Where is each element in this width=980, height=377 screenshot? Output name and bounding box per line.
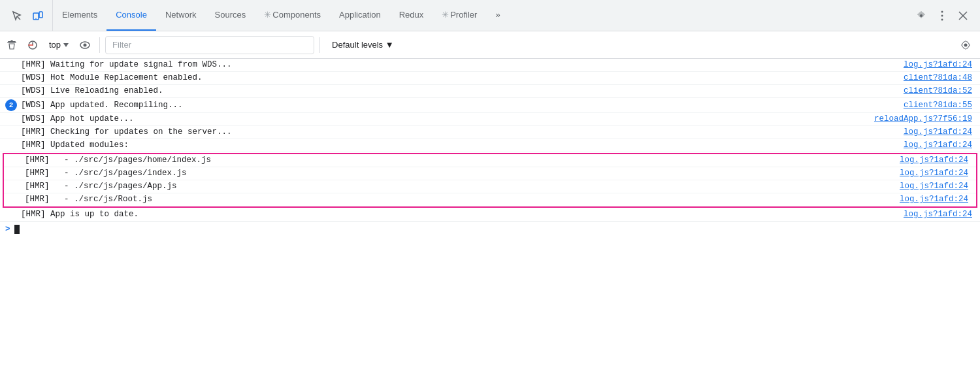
source-link[interactable]: log.js?1afd:24 bbox=[900, 182, 976, 191]
tab-components[interactable]: ✳ Components bbox=[255, 0, 330, 31]
svg-point-17 bbox=[964, 43, 968, 46]
source-link[interactable]: log.js?1afd:24 bbox=[904, 210, 980, 219]
tab-icon-group bbox=[3, 0, 53, 31]
svg-point-3 bbox=[35, 18, 36, 18]
levels-label: Default levels ▼ bbox=[332, 40, 394, 50]
divider bbox=[99, 37, 100, 53]
context-label: top bbox=[49, 40, 61, 50]
console-settings-button[interactable] bbox=[956, 36, 975, 54]
more-options-button[interactable] bbox=[933, 7, 951, 25]
clear-console-button[interactable] bbox=[3, 36, 21, 54]
svg-point-4 bbox=[941, 10, 943, 12]
console-prompt: > bbox=[5, 225, 10, 234]
svg-line-0 bbox=[17, 16, 20, 20]
close-devtools-button[interactable] bbox=[954, 7, 972, 25]
console-toolbar: top Default levels ▼ bbox=[0, 31, 980, 59]
console-message: [HMR] - ./src/js/Root.js bbox=[25, 195, 900, 204]
tab-application[interactable]: Application bbox=[330, 0, 390, 31]
console-cursor bbox=[14, 225, 20, 234]
console-message: [HMR] - ./src/js/pages/index.js bbox=[25, 169, 900, 178]
divider2 bbox=[319, 37, 320, 53]
console-message: [WDS] Live Reloading enabled. bbox=[21, 86, 904, 95]
console-message: [HMR] - ./src/js/pages/App.js bbox=[25, 182, 900, 191]
console-message: [HMR] - ./src/js/pages/home/index.js bbox=[25, 156, 900, 165]
table-row: [HMR] - ./src/js/pages/index.jslog.js?1a… bbox=[4, 167, 976, 180]
tab-profiler[interactable]: ✳ Profiler bbox=[433, 0, 486, 31]
table-row: [WDS] Hot Module Replacement enabled.cli… bbox=[0, 72, 980, 85]
context-selector[interactable]: top bbox=[44, 36, 73, 54]
console-lines-container: [HMR] Waiting for update signal from WDS… bbox=[0, 59, 980, 221]
table-row: 2[WDS] App updated. Recompiling...client… bbox=[0, 98, 980, 113]
tab-elements[interactable]: Elements bbox=[53, 0, 106, 31]
source-link[interactable]: log.js?1afd:24 bbox=[904, 140, 980, 150]
inspect-element-button[interactable] bbox=[8, 7, 26, 25]
source-link[interactable]: reloadApp.js?7f56:19 bbox=[874, 114, 980, 123]
devtools-tab-bar: Elements Console Network Sources ✳ Compo… bbox=[0, 0, 980, 31]
tab-sources[interactable]: Sources bbox=[206, 0, 255, 31]
table-row: [HMR] Waiting for update signal from WDS… bbox=[0, 59, 980, 72]
tab-network[interactable]: Network bbox=[156, 0, 206, 31]
console-message: [HMR] Checking for updates on the server… bbox=[21, 127, 904, 137]
table-row: [HMR] - ./src/js/Root.jslog.js?1afd:24 bbox=[4, 193, 976, 206]
source-link[interactable]: client?81da:48 bbox=[904, 73, 980, 82]
svg-point-16 bbox=[84, 43, 87, 46]
console-message: [HMR] Waiting for update signal from WDS… bbox=[21, 60, 904, 69]
svg-point-5 bbox=[941, 14, 943, 16]
console-input-line[interactable]: > bbox=[0, 221, 980, 237]
console-message: [WDS] Hot Module Replacement enabled. bbox=[21, 73, 904, 82]
table-row: [HMR] Checking for updates on the server… bbox=[0, 126, 980, 139]
source-link[interactable]: log.js?1afd:24 bbox=[900, 195, 976, 204]
table-row: [HMR] Updated modules:log.js?1afd:24 bbox=[0, 139, 980, 152]
console-message: [HMR] Updated modules: bbox=[21, 140, 904, 150]
table-row: [WDS] Live Reloading enabled.client?81da… bbox=[0, 85, 980, 98]
svg-point-6 bbox=[941, 18, 943, 20]
show-hide-button[interactable] bbox=[76, 36, 94, 54]
badge: 2 bbox=[5, 99, 17, 111]
context-dropdown-icon bbox=[63, 43, 69, 47]
source-link[interactable]: log.js?1afd:24 bbox=[904, 60, 980, 69]
highlighted-block: [HMR] - ./src/js/pages/home/index.jslog.… bbox=[3, 153, 977, 208]
source-link[interactable]: client?81da:52 bbox=[904, 86, 980, 95]
source-link[interactable]: client?81da:55 bbox=[904, 101, 980, 110]
table-row: [HMR] - ./src/js/pages/home/index.jslog.… bbox=[4, 154, 976, 167]
console-message: [HMR] App is up to date. bbox=[21, 210, 904, 219]
tab-console[interactable]: Console bbox=[106, 0, 156, 31]
tab-redux[interactable]: Redux bbox=[390, 0, 433, 31]
default-levels-button[interactable]: Default levels ▼ bbox=[325, 36, 400, 54]
console-message: [WDS] App updated. Recompiling... bbox=[21, 101, 904, 110]
components-icon: ✳ bbox=[264, 10, 271, 20]
tab-more-button[interactable]: » bbox=[486, 0, 509, 31]
source-link[interactable]: log.js?1afd:24 bbox=[900, 169, 976, 178]
svg-rect-2 bbox=[39, 12, 42, 18]
console-output: [HMR] Waiting for update signal from WDS… bbox=[0, 59, 980, 377]
console-message: [WDS] App hot update... bbox=[21, 114, 874, 123]
settings-button[interactable] bbox=[912, 7, 930, 25]
filter-input[interactable] bbox=[105, 36, 314, 54]
table-row: [HMR] - ./src/js/pages/App.jslog.js?1afd… bbox=[4, 180, 976, 193]
profiler-icon: ✳ bbox=[442, 10, 449, 20]
table-row: [WDS] App hot update...reloadApp.js?7f56… bbox=[0, 113, 980, 126]
source-link[interactable]: log.js?1afd:24 bbox=[900, 156, 976, 165]
source-link[interactable]: log.js?1afd:24 bbox=[904, 127, 980, 137]
device-toolbar-button[interactable] bbox=[29, 7, 47, 25]
tab-more-actions bbox=[912, 7, 977, 25]
preserve-log-button[interactable] bbox=[24, 36, 42, 54]
table-row: [HMR] App is up to date.log.js?1afd:24 bbox=[0, 208, 980, 221]
